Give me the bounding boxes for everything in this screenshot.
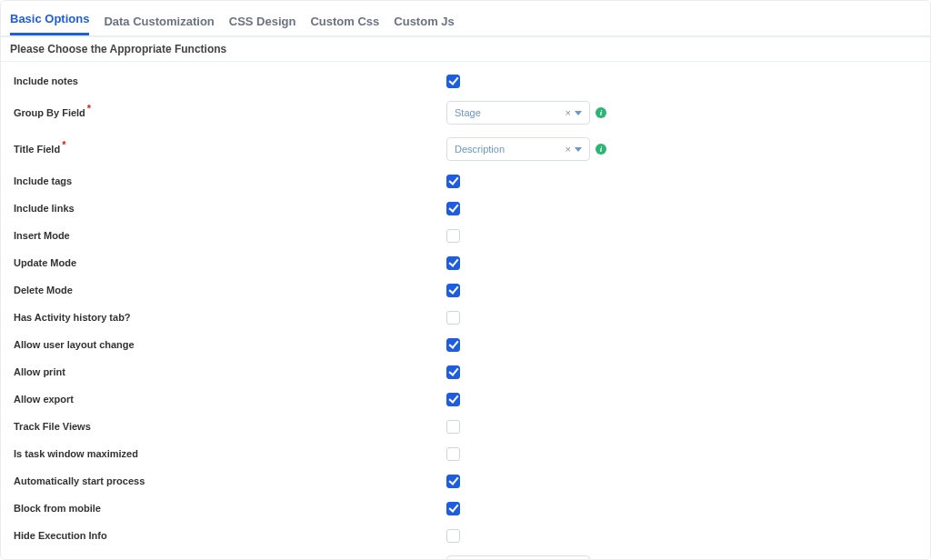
label-delete-mode: Delete Mode	[10, 285, 446, 295]
checkbox-auto-start[interactable]	[446, 475, 460, 488]
checkbox-allow-print[interactable]	[446, 365, 460, 379]
label-track-file-views: Track File Views	[10, 421, 446, 432]
select-group-by-field[interactable]: Stage ×	[446, 101, 590, 125]
label-insert-mode: Insert Mode	[10, 230, 446, 241]
checkbox-is-maximized[interactable]	[446, 447, 460, 461]
checkbox-insert-mode[interactable]	[446, 229, 460, 243]
label-allow-layout: Allow user layout change	[10, 339, 446, 350]
clear-icon[interactable]: ×	[566, 145, 571, 155]
label-group-by-field: Group By Field	[10, 107, 446, 118]
checkbox-allow-export[interactable]	[446, 393, 460, 406]
checkbox-include-links[interactable]	[446, 202, 460, 215]
checkbox-track-file-views[interactable]	[446, 420, 460, 434]
label-auto-start: Automatically start process	[10, 475, 446, 486]
label-include-tags: Include tags	[10, 175, 446, 186]
clear-icon[interactable]: ×	[566, 108, 571, 118]
chevron-down-icon	[575, 111, 582, 115]
options-form: Include notes Group By Field Stage × Tit…	[1, 62, 930, 559]
info-icon[interactable]	[596, 107, 606, 118]
label-include-notes: Include notes	[10, 75, 446, 86]
select-title-field[interactable]: Description ×	[446, 137, 590, 161]
tab-css-design[interactable]: CSS Design	[229, 9, 296, 35]
label-is-maximized: Is task window maximized	[10, 448, 446, 459]
label-include-links: Include links	[10, 203, 446, 214]
tabs-bar: Basic Options Data Customization CSS Des…	[1, 1, 930, 36]
label-has-activity: Has Activity history tab?	[10, 312, 446, 323]
checkbox-include-notes[interactable]	[446, 75, 460, 88]
select-value: Stage	[455, 107, 481, 118]
label-allow-export: Allow export	[10, 394, 446, 405]
label-allow-print: Allow print	[10, 366, 446, 377]
label-hide-exec: Hide Execution Info	[10, 530, 446, 541]
tab-basic-options[interactable]: Basic Options	[10, 6, 89, 35]
label-block-mobile: Block from mobile	[10, 503, 446, 514]
label-update-mode: Update Mode	[10, 257, 446, 268]
checkbox-allow-layout[interactable]	[446, 338, 460, 352]
checkbox-delete-mode[interactable]	[446, 284, 460, 297]
select-save-button[interactable]	[446, 555, 590, 559]
tab-data-customization[interactable]: Data Customization	[104, 9, 214, 35]
label-title-field: Title Field	[10, 144, 446, 155]
config-panel: Basic Options Data Customization CSS Des…	[0, 0, 931, 560]
checkbox-has-activity[interactable]	[446, 311, 460, 325]
info-icon[interactable]	[596, 144, 606, 155]
checkbox-block-mobile[interactable]	[446, 502, 460, 515]
section-title: Please Choose the Appropriate Functions	[1, 36, 930, 62]
tab-custom-css[interactable]: Custom Css	[310, 9, 379, 35]
tab-custom-js[interactable]: Custom Js	[394, 9, 454, 35]
select-value: Description	[455, 144, 505, 155]
chevron-down-icon	[575, 147, 582, 152]
checkbox-update-mode[interactable]	[446, 256, 460, 270]
checkbox-hide-exec[interactable]	[446, 529, 460, 543]
checkbox-include-tags[interactable]	[446, 175, 460, 188]
